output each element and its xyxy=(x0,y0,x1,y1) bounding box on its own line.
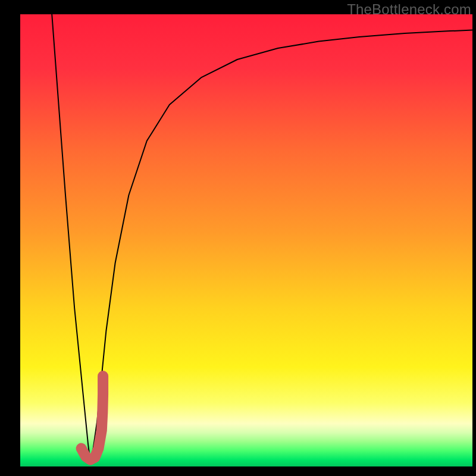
plot-svg xyxy=(20,14,472,466)
bottleneck-curve-path xyxy=(52,14,472,462)
chart-frame: TheBottleneck.com xyxy=(0,0,476,476)
plot-area xyxy=(20,14,472,466)
j-mark-path xyxy=(82,376,103,460)
watermark-text: TheBottleneck.com xyxy=(347,1,471,18)
